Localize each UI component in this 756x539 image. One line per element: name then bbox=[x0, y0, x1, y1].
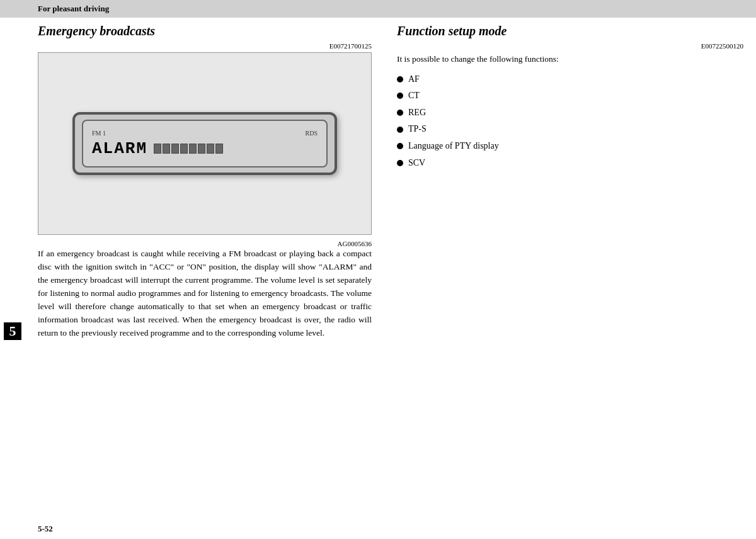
radio-block-6 bbox=[198, 144, 205, 154]
right-section-title: Function setup mode bbox=[397, 24, 743, 38]
bullet-item-label: REG bbox=[408, 105, 426, 122]
content-columns: Emergency broadcasts E00721700125 FM 1 R… bbox=[25, 18, 756, 519]
fm-label: FM 1 bbox=[92, 130, 106, 137]
bullet-dot bbox=[397, 127, 403, 133]
rds-label: RDS bbox=[306, 130, 318, 137]
list-item: CT bbox=[397, 88, 743, 105]
radio-block-3 bbox=[171, 144, 179, 154]
bullet-item-label: CT bbox=[408, 88, 420, 105]
radio-inner-border: FM 1 RDS ALARM bbox=[82, 120, 328, 167]
left-column: Emergency broadcasts E00721700125 FM 1 R… bbox=[38, 24, 372, 513]
bullet-item-label: Language of PTY display bbox=[408, 138, 499, 155]
bullet-item-label: AF bbox=[408, 71, 420, 88]
radio-block-4 bbox=[180, 144, 188, 154]
bullet-list: AF CT REG TP-S bbox=[397, 71, 743, 172]
radio-block-1 bbox=[154, 144, 161, 154]
radio-blocks bbox=[154, 144, 223, 154]
radio-outer-border: FM 1 RDS ALARM bbox=[72, 112, 337, 175]
list-item: AF bbox=[397, 71, 743, 88]
page-header: For pleasant driving bbox=[0, 0, 756, 18]
bullet-dot bbox=[397, 110, 403, 116]
bullet-item-label: TP-S bbox=[408, 121, 427, 138]
bullet-item-label: SCV bbox=[408, 155, 425, 172]
radio-display-container: FM 1 RDS ALARM bbox=[38, 52, 372, 235]
list-item: Language of PTY display bbox=[397, 138, 743, 155]
left-error-code: E00721700125 bbox=[38, 42, 372, 50]
bullet-dot bbox=[397, 93, 403, 99]
radio-block-2 bbox=[163, 144, 170, 154]
header-text: For pleasant driving bbox=[38, 4, 109, 13]
alarm-text: ALARM bbox=[92, 139, 147, 158]
right-error-code: E00722500120 bbox=[397, 42, 743, 50]
list-item: TP-S bbox=[397, 121, 743, 138]
ag-code: AG0005636 bbox=[38, 240, 372, 247]
page-number: 5-52 bbox=[38, 524, 53, 533]
list-item: REG bbox=[397, 105, 743, 122]
radio-block-7 bbox=[207, 144, 214, 154]
right-column: Function setup mode E00722500120 It is p… bbox=[391, 24, 743, 513]
radio-alarm-row: ALARM bbox=[92, 139, 318, 158]
radio-block-5 bbox=[189, 144, 197, 154]
right-intro-text: It is possible to change the following f… bbox=[397, 52, 743, 66]
page-footer: 5-52 bbox=[0, 519, 756, 539]
chapter-number: 5 bbox=[4, 322, 21, 340]
main-content: 5 Emergency broadcasts E00721700125 FM 1… bbox=[0, 18, 756, 519]
radio-block-8 bbox=[215, 144, 223, 154]
left-sidebar: 5 bbox=[0, 18, 25, 519]
bullet-dot bbox=[397, 143, 403, 149]
bullet-dot bbox=[397, 160, 403, 166]
bullet-dot bbox=[397, 76, 403, 82]
radio-top-row: FM 1 RDS bbox=[92, 130, 318, 137]
list-item: SCV bbox=[397, 155, 743, 172]
page-container: For pleasant driving 5 Emergency broadca… bbox=[0, 0, 756, 539]
left-section-title: Emergency broadcasts bbox=[38, 24, 372, 38]
left-body-text: If an emergency broadcast is caught whil… bbox=[38, 247, 372, 339]
